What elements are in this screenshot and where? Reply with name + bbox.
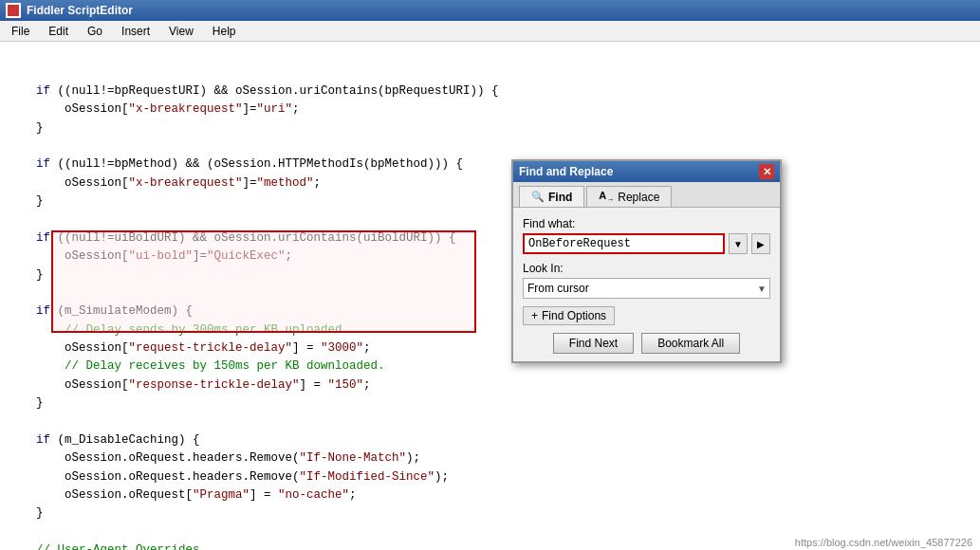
find-dropdown-button[interactable]: ▼ xyxy=(729,233,748,254)
code-editor[interactable]: if ((null!=bpRequestURI) && oSession.uri… xyxy=(0,42,980,550)
find-what-input[interactable] xyxy=(523,233,725,254)
find-what-row: Find what: ▼ ▶ xyxy=(523,217,770,254)
menu-help[interactable]: Help xyxy=(205,23,244,40)
find-what-label: Find what: xyxy=(523,217,770,230)
tab-find[interactable]: 🔍 Find xyxy=(519,186,584,207)
dialog-close-button[interactable]: ✕ xyxy=(759,164,774,179)
title-bar: Fiddler ScriptEditor xyxy=(0,0,980,21)
find-options-label: Find Options xyxy=(542,309,606,322)
dialog-title: Find and Replace xyxy=(519,165,613,178)
find-next-small-button[interactable]: ▶ xyxy=(751,233,770,254)
find-options-toggle-button[interactable]: + Find Options xyxy=(523,306,615,325)
bookmark-all-button[interactable]: Bookmark All xyxy=(641,333,740,354)
app-title: Fiddler ScriptEditor xyxy=(27,4,974,17)
code-content: if ((null!=bpRequestURI) && oSession.uri… xyxy=(8,82,972,550)
find-next-button[interactable]: Find Next xyxy=(553,333,634,354)
find-options-plus-icon: + xyxy=(531,309,538,322)
find-input-row: ▼ ▶ xyxy=(523,233,770,254)
url-text: https://blog.csdn.net/weixin_45877226 xyxy=(795,537,972,548)
tab-replace[interactable]: A→ Replace xyxy=(586,186,672,207)
dialog-buttons-row: Find Next Bookmark All xyxy=(523,333,770,354)
menu-insert[interactable]: Insert xyxy=(114,23,157,40)
find-replace-dialog: Find and Replace ✕ 🔍 Find A→ Replace Fin… xyxy=(511,159,782,363)
menu-view[interactable]: View xyxy=(161,23,201,40)
look-in-label: Look In: xyxy=(523,262,770,275)
look-in-row: Look In: From cursor Entire document Cur… xyxy=(523,262,770,299)
find-options-row: + Find Options xyxy=(523,306,770,325)
menu-bar: File Edit Go Insert View Help xyxy=(0,21,980,42)
dialog-body: Find what: ▼ ▶ Look In: From cursor Enti… xyxy=(513,208,780,361)
tab-replace-label: Replace xyxy=(618,191,659,204)
menu-go[interactable]: Go xyxy=(80,23,110,40)
dialog-title-bar: Find and Replace ✕ xyxy=(513,161,780,182)
dialog-tabs: 🔍 Find A→ Replace xyxy=(513,182,780,208)
look-in-select-wrapper: From cursor Entire document Current sele… xyxy=(523,278,770,299)
url-bar: https://blog.csdn.net/weixin_45877226 xyxy=(787,535,980,550)
find-icon: 🔍 xyxy=(531,191,545,203)
replace-icon: A→ xyxy=(599,190,614,204)
look-in-select[interactable]: From cursor Entire document Current sele… xyxy=(523,278,770,299)
app-icon xyxy=(6,3,21,18)
tab-find-label: Find xyxy=(548,191,572,204)
menu-file[interactable]: File xyxy=(4,23,37,40)
menu-edit[interactable]: Edit xyxy=(41,23,76,40)
